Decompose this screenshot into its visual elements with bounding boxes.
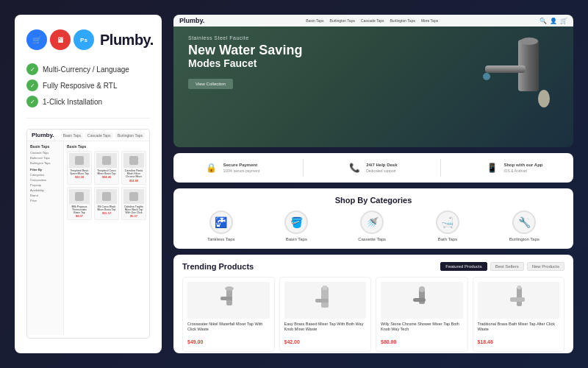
brand-area: 🛒 🖥 Ps Plumby. [26,29,150,50]
hero-nav-4[interactable]: Burlington Taps [389,18,417,24]
mini-main-title: Basin Taps [67,144,146,149]
hero-nav-2[interactable]: Burlington Taps [329,18,356,24]
secure-sub: 100% secure payment [223,169,259,173]
trending-tab-new[interactable]: New Products [527,262,564,271]
mini-product-5: Elk Carca Black Mixer Basin Tap $15.57 [94,187,119,221]
feature-bar-app: 📱 Shop with our App iOS & Android [484,160,542,175]
secure-icon: 🔒 [204,160,218,175]
feature-label-2: Fully Resposive & RTL [43,82,118,90]
feature-bar-helpdesk: 📞 24/7 Help Desk Dedicated support [347,160,397,175]
cart-icon[interactable]: 🛒 [560,18,567,24]
feature-bar-text-3: Shop with our App iOS & Android [503,163,542,173]
feature-label-1: Multi-Currency / Language [43,66,129,74]
mini-sidebar-f3: Property [30,183,60,187]
svg-point-3 [483,73,490,80]
mini-product-price-6: $5.37 [123,214,144,218]
app-sub: iOS & Android [503,169,542,173]
hero-cta-button[interactable]: View Collection [188,79,233,89]
trending-prices-2: $42.00 [284,333,367,347]
monitor-icon: 🖥 [50,29,71,50]
faucet-svg [478,32,551,121]
mini-product-title-5: Elk Carca Black Mixer Basin Tap [96,205,117,211]
cart-icon: 🛒 [26,29,47,50]
feature-bar-text-2: 24/7 Help Desk Dedicated support [366,163,397,173]
category-2[interactable]: 🪣 Basin Taps [284,210,308,241]
mini-nav-2: Cascade Taps [85,132,113,138]
trending-product-4[interactable]: Traditional Brass Bath Mixer Tap After C… [473,277,565,352]
mini-sidebar-f4: Availability [30,188,60,192]
hero-store-brand: Plumby. [179,17,204,24]
mini-product-img-5 [96,189,117,204]
mini-brand: Plumby. [32,132,54,138]
feature-label-3: 1-Click Installation [43,98,102,106]
trending-title-3: Willy Stone Chrome Shower Mixer Tap Both… [381,322,463,332]
category-icon-3: 🚿 [360,210,384,234]
mini-product-2: Templand Carvo Mixer Basin Tap $34.40 [94,151,119,185]
divider-1 [26,118,150,118]
trending-img-4 [478,282,560,319]
bar-divider-2 [440,159,441,177]
hero-icon-group: 🔍 👤 🛒 [539,18,567,24]
categories-grid: 🚰 Tankless Taps 🪣 Basin Taps 🚿 Cassette … [182,210,564,241]
trending-title-2: Easy Brass Based Mixer Tap With Both Way… [284,322,367,332]
mini-nav-1: Basin Taps [61,132,83,138]
category-label-3: Cassette Taps [358,237,386,241]
mini-product-img-6 [123,189,144,204]
product-faucet-svg-2 [314,286,336,315]
check-icon-3: ✓ [26,96,38,107]
categories-title: Shop By Categories [182,196,564,205]
feature-bar-text-1: Secure Payment 100% secure payment [223,163,259,173]
category-label-4: Bath Taps [438,237,458,241]
hero-nav-5[interactable]: More Taps [420,18,440,24]
mini-store-header: Plumby. Basin Taps Cascade Taps Burlingt… [27,130,149,141]
mini-product-title-4: Milk Pegasus Thermostatic Basin Tap [69,205,90,215]
svg-rect-9 [315,299,329,302]
trending-product-3[interactable]: Willy Stone Chrome Shower Mixer Tap Both… [376,277,468,352]
brand-icons: 🛒 🖥 Ps [26,29,94,50]
mini-sidebar-f1: Categories [30,173,60,177]
secure-title: Secure Payment [223,163,259,169]
user-icon[interactable]: 👤 [550,18,557,24]
trending-title: Trending Products [182,262,254,271]
mini-sidebar-title: Basin Taps [30,144,60,149]
category-label-5: Burlington Taps [509,237,539,241]
category-5[interactable]: 🔧 Burlington Taps [509,210,539,241]
bar-divider-1 [303,159,304,177]
trending-section: Trending Products Featured Products Best… [173,255,573,353]
hero-subtitle: Stainless Steel Faucite [188,35,302,40]
trending-product-1[interactable]: Crosswater Nikel Waterfall Mixer Tap Wit… [182,277,275,352]
categories-section: Shop By Categories 🚰 Tankless Taps 🪣 Bas… [173,188,573,249]
hero-title-2: Modes Faucet [188,58,302,69]
hero-nav-3[interactable]: Cascade Taps [359,18,386,24]
trending-tab-featured[interactable]: Featured Products [440,262,487,271]
brand-name: Plumby. [100,32,154,49]
svg-point-4 [538,90,550,107]
trending-tab-bestsellers[interactable]: Best Sellers [490,262,524,271]
mini-product-3: Caradina Panta Mash Silver Chrome Mixer … [121,151,146,185]
hero-nav: Basin Taps Burlington Taps Cascade Taps … [304,18,440,24]
mini-product-price-4: $8.07 [69,214,90,218]
mini-nav: Basin Taps Cascade Taps Burlington Taps [61,132,145,138]
mini-product-img-1 [69,153,90,168]
svg-rect-16 [517,286,521,289]
mini-product-img-2 [96,153,117,168]
trending-product-2[interactable]: Easy Brass Based Mixer Tap With Both Way… [279,277,372,352]
category-icon-4: 🛁 [436,210,459,234]
trending-img-1 [187,282,270,319]
category-icon-5: 🔧 [512,210,536,234]
svg-rect-8 [321,287,329,308]
hero-title-1: New Water Saving [188,43,302,58]
right-panel: Plumby. Basin Taps Burlington Taps Casca… [173,15,573,353]
trending-price-4: $18.48 [478,339,493,344]
trending-prices-3: $80.00 [381,333,463,347]
search-icon[interactable]: 🔍 [539,18,547,24]
category-3[interactable]: 🚿 Cassette Taps [358,210,386,241]
hero-faucet-visual [470,25,559,128]
mini-product-price-5: $15.57 [96,211,117,215]
category-label-1: Tankless Taps [207,237,235,241]
category-4[interactable]: 🛁 Bath Taps [436,210,459,241]
hero-nav-1[interactable]: Basin Taps [304,18,325,24]
trending-title-1: Crosswater Nikel Waterfall Mixer Tap Wit… [187,322,270,332]
category-1[interactable]: 🚰 Tankless Taps [207,210,235,241]
category-icon-2: 🪣 [284,210,308,234]
